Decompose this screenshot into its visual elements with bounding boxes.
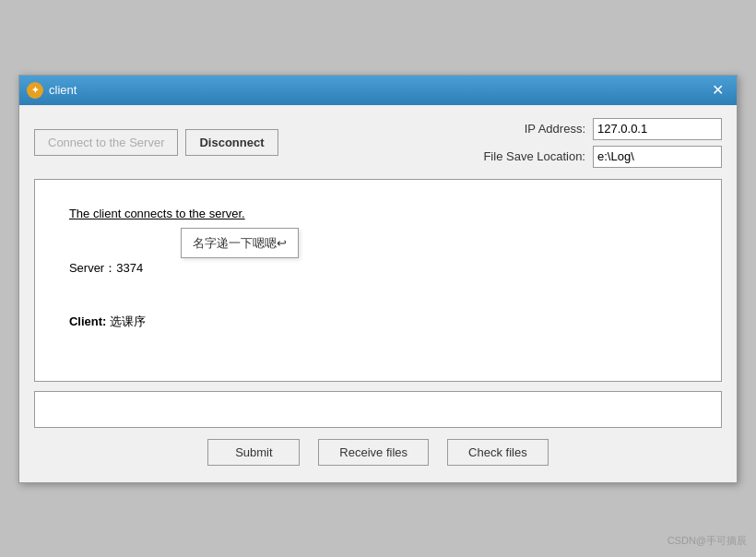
receive-files-button[interactable]: Receive files [318, 439, 429, 466]
title-bar-left: ✦ client [27, 82, 77, 99]
log-line2: Server：3374 [69, 261, 143, 275]
watermark: CSDN@手可摘辰 [667, 534, 747, 548]
log-line3-prefix: Client: 选课序 [69, 314, 146, 328]
title-bar: ✦ client ✕ [19, 76, 737, 105]
ip-field-row: IP Address: [475, 118, 722, 140]
log-text: The client connects to the server. Serve… [42, 187, 714, 350]
ip-input[interactable] [593, 118, 722, 140]
window-title: client [49, 83, 77, 97]
fields: IP Address: File Save Location: [475, 118, 722, 168]
tooltip-popup: 名字递一下嗯嗯↩ [181, 228, 299, 259]
toolbar: Connect to the Server Disconnect IP Addr… [34, 118, 722, 168]
log-line1: The client connects to the server. [69, 207, 245, 220]
message-input[interactable] [41, 396, 715, 423]
file-label: File Save Location: [475, 149, 585, 163]
toolbar-left: Connect to the Server Disconnect [34, 129, 278, 156]
app-icon: ✦ [27, 82, 43, 99]
bottom-buttons: Submit Receive files Check files [34, 439, 722, 469]
ip-label: IP Address: [475, 122, 585, 136]
input-bar-wrapper [34, 391, 722, 428]
field-group: IP Address: File Save Location: [475, 118, 722, 168]
app-window: ✦ client ✕ Connect to the Server Disconn… [18, 75, 738, 483]
close-button[interactable]: ✕ [706, 81, 729, 100]
check-files-button[interactable]: Check files [447, 439, 549, 466]
window-content: Connect to the Server Disconnect IP Addr… [19, 105, 737, 482]
tooltip-text: 名字递一下嗯嗯↩ [193, 236, 287, 250]
connect-button[interactable]: Connect to the Server [34, 129, 178, 156]
submit-button[interactable]: Submit [207, 439, 300, 466]
disconnect-button[interactable]: Disconnect [185, 129, 278, 156]
file-field-row: File Save Location: [475, 146, 722, 168]
file-input[interactable] [593, 146, 722, 168]
log-area: The client connects to the server. Serve… [34, 179, 722, 382]
